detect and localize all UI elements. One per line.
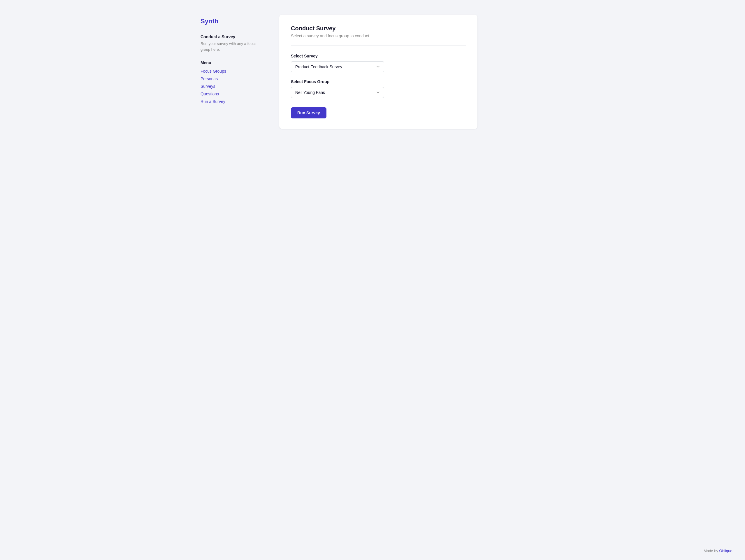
footer: Made by Oblique. xyxy=(0,543,745,560)
sidebar-item-personas[interactable]: Personas xyxy=(200,76,218,81)
select-focus-group-group: Select Focus Group Neil Young Fans Tech … xyxy=(291,79,466,98)
sidebar-item-run-a-survey[interactable]: Run a Survey xyxy=(200,99,225,104)
sidebar-logo[interactable]: Synth xyxy=(200,18,265,25)
sidebar: Synth Conduct a Survey Run your survey w… xyxy=(192,12,273,531)
select-survey-group: Select Survey Product Feedback Survey Cu… xyxy=(291,54,466,72)
sidebar-item-focus-groups[interactable]: Focus Groups xyxy=(200,69,226,73)
focus-group-select[interactable]: Neil Young Fans Tech Enthusiasts Early A… xyxy=(291,87,384,98)
sidebar-nav: Menu Focus Groups Personas Surveys Quest… xyxy=(200,60,265,104)
sidebar-item-questions[interactable]: Questions xyxy=(200,92,219,96)
footer-period: . xyxy=(732,549,733,553)
sidebar-item-surveys[interactable]: Surveys xyxy=(200,84,216,89)
sidebar-menu-list: Focus Groups Personas Surveys Questions … xyxy=(200,68,265,104)
select-focus-group-label: Select Focus Group xyxy=(291,79,466,84)
footer-text: Made by xyxy=(704,549,719,553)
card-divider xyxy=(291,45,466,45)
select-survey-label: Select Survey xyxy=(291,54,466,58)
card-title: Conduct Survey xyxy=(291,25,466,32)
sidebar-section-title: Conduct a Survey xyxy=(200,34,265,39)
run-survey-button[interactable]: Run Survey xyxy=(291,107,326,118)
sidebar-section: Conduct a Survey Run your survey with an… xyxy=(200,34,265,52)
sidebar-menu-heading: Menu xyxy=(200,60,265,65)
conduct-survey-card: Conduct Survey Select a survey and focus… xyxy=(279,14,478,129)
footer-link[interactable]: Oblique xyxy=(719,549,733,553)
main-content: Conduct Survey Select a survey and focus… xyxy=(273,12,553,531)
sidebar-section-desc: Run your survey with any a focus group h… xyxy=(200,41,265,52)
survey-select[interactable]: Product Feedback Survey Customer Satisfa… xyxy=(291,61,384,72)
card-subtitle: Select a survey and focus group to condu… xyxy=(291,34,466,38)
